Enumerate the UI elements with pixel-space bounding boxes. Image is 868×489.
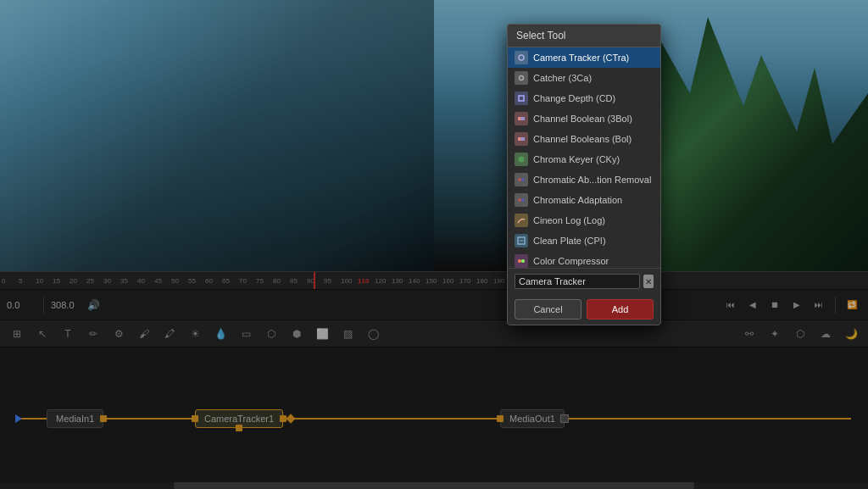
dialog-title: Select Tool (516, 30, 565, 42)
search-clear-button[interactable]: ✕ (643, 275, 654, 288)
tool-item-color-compressor[interactable]: Color Compressor (508, 251, 660, 268)
svg-rect-3 (518, 117, 521, 120)
tool-item-cineon-log[interactable]: Cineon Log (Log) (508, 210, 660, 231)
tool-label: Clean Plate (CPI) (533, 236, 606, 246)
svg-point-10 (518, 198, 521, 202)
search-input[interactable] (515, 274, 640, 289)
dialog-buttons: Cancel Add (508, 294, 660, 325)
svg-rect-2 (519, 96, 524, 101)
tool-icon-adaptation (515, 193, 528, 207)
tool-icon-chromatic (515, 173, 528, 186)
tool-label: Channel Booleans (Bol) (533, 134, 632, 144)
select-tool-dialog: Select Tool Camera Tracker (CTra) Catche… (507, 24, 661, 325)
add-button[interactable]: Add (587, 299, 654, 320)
dialog-header: Select Tool (508, 25, 660, 47)
tool-item-channel-boolean[interactable]: Channel Boolean (3Bol) (508, 108, 660, 129)
tool-item-chromatic-aberration[interactable]: Chromatic Ab...tion Removal (508, 169, 660, 190)
tool-label: Change Depth (CD) (533, 93, 615, 103)
tool-icon-clean (515, 234, 528, 247)
tool-item-catcher[interactable]: Catcher (3Ca) (508, 68, 660, 88)
tool-label: Camera Tracker (CTra) (533, 53, 629, 63)
svg-rect-4 (521, 117, 525, 120)
cancel-button[interactable]: Cancel (515, 299, 581, 320)
tool-icon-chroma (515, 153, 528, 166)
svg-point-9 (521, 178, 525, 181)
tool-icon-gear (515, 71, 528, 85)
tool-label: Color Compressor (533, 256, 609, 266)
svg-point-8 (518, 178, 521, 181)
svg-rect-5 (518, 137, 521, 141)
tool-icon-channel (515, 112, 528, 125)
svg-point-0 (519, 55, 524, 60)
tool-item-chromatic-adaptation[interactable]: Chromatic Adaptation (508, 190, 660, 210)
svg-point-14 (518, 259, 521, 263)
tool-icon-color-comp (515, 254, 528, 268)
tool-item-change-depth[interactable]: Change Depth (CD) (508, 88, 660, 108)
tool-label: Cineon Log (Log) (533, 215, 605, 225)
tool-icon-depth (515, 92, 528, 105)
tool-item-camera-tracker[interactable]: Camera Tracker (CTra) (508, 47, 660, 68)
tool-item-clean-plate[interactable]: Clean Plate (CPI) (508, 231, 660, 251)
search-area: ✕ (508, 268, 660, 294)
svg-point-1 (520, 76, 524, 81)
svg-rect-6 (521, 137, 525, 141)
svg-point-11 (521, 198, 525, 202)
modal-overlay[interactable]: Select Tool Camera Tracker (CTra) Catche… (0, 0, 868, 489)
tool-list[interactable]: Camera Tracker (CTra) Catcher (3Ca) Chan… (508, 47, 660, 268)
tool-label: Catcher (3Ca) (533, 73, 592, 83)
tool-label: Chroma Keyer (CKy) (533, 154, 620, 164)
svg-point-7 (519, 157, 525, 163)
tool-icon-channel2 (515, 132, 528, 146)
tool-label: Chromatic Ab...tion Removal (533, 175, 651, 185)
tool-label: Channel Boolean (3Bol) (533, 114, 632, 124)
svg-point-15 (521, 259, 525, 263)
tool-icon-cineon (515, 214, 528, 227)
tool-item-channel-booleans[interactable]: Channel Booleans (Bol) (508, 129, 660, 149)
tool-label: Chromatic Adaptation (533, 195, 622, 205)
tool-icon-camera (515, 51, 528, 64)
tool-item-chroma-keyer[interactable]: Chroma Keyer (CKy) (508, 149, 660, 169)
